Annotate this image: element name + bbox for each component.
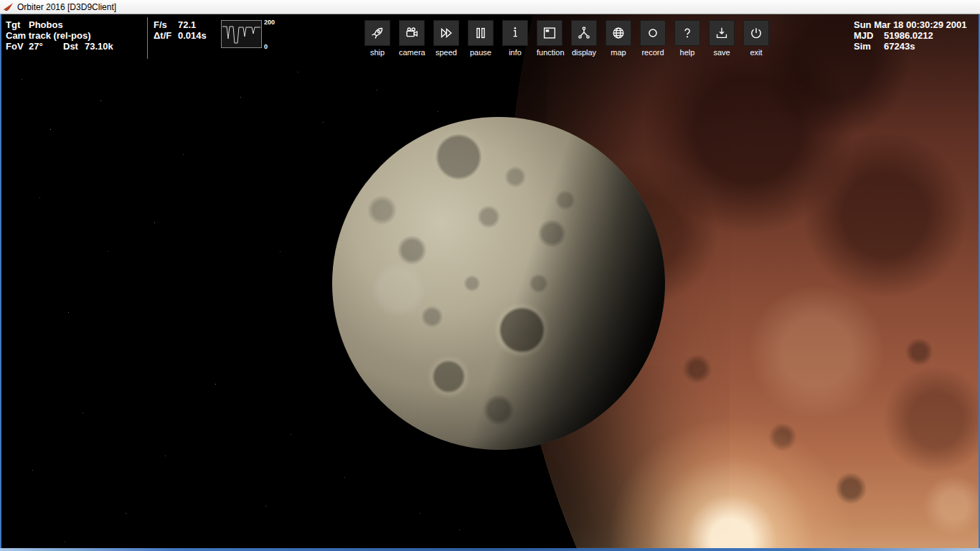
- window-border-bottom: [0, 548, 980, 551]
- toolbar-button-info[interactable]: info: [502, 20, 528, 57]
- camera-mode-value: Cam track (rel-pos): [6, 30, 90, 41]
- toolbar-button-speed[interactable]: speed: [433, 20, 459, 57]
- time-info-block: Sun Mar 18 00:30:29 2001 MJD51986.0212 S…: [854, 19, 967, 52]
- target-value: Phobos: [29, 19, 63, 30]
- mjd-label: MJD: [854, 30, 884, 41]
- framerate-block: F/s72.1 Δt/F0.014s: [154, 19, 207, 41]
- question-mark-icon: [679, 25, 695, 41]
- toolbar-label-ship: ship: [364, 48, 390, 57]
- frametime-graph-line: [222, 21, 261, 47]
- toolbar-label-camera: camera: [399, 48, 425, 57]
- camera-mode-row: Cam track (rel-pos): [6, 30, 113, 41]
- render-viewport[interactable]: TgtPhobos Cam track (rel-pos) FoV27°Dst7…: [0, 14, 980, 551]
- dst-value: 73.10k: [85, 41, 113, 52]
- datetime-row: Sun Mar 18 00:30:29 2001: [854, 19, 967, 30]
- fps-row: F/s72.1: [154, 19, 207, 30]
- datetime-value: Sun Mar 18 00:30:29 2001: [854, 19, 967, 30]
- save-icon: [714, 25, 730, 41]
- dtf-label: Δt/F: [154, 30, 178, 41]
- display-tree-icon: [576, 25, 592, 41]
- sim-row: Sim67243s: [854, 41, 967, 52]
- fps-value: 72.1: [178, 19, 196, 30]
- sim-value: 67243s: [884, 41, 915, 52]
- dst-label: Dst: [63, 41, 85, 52]
- toolbar-label-function: function: [537, 48, 562, 57]
- target-row: TgtPhobos: [6, 19, 113, 30]
- camera-icon: [404, 25, 420, 41]
- toolbar-label-help: help: [674, 48, 700, 57]
- dtf-row: Δt/F0.014s: [154, 30, 207, 41]
- frametime-graph: [221, 20, 262, 48]
- toolbar-button-ship[interactable]: ship: [364, 20, 390, 57]
- mjd-value: 51986.0212: [884, 30, 933, 41]
- hud-divider: [147, 17, 148, 59]
- rocket-icon: [369, 25, 385, 41]
- phobos-shadow-terminator: [332, 117, 665, 450]
- toolbar-button-exit[interactable]: exit: [743, 20, 769, 57]
- fast-forward-icon: [438, 25, 454, 41]
- fps-label: F/s: [154, 19, 178, 30]
- dtf-value: 0.014s: [178, 30, 207, 41]
- record-circle-icon: [645, 25, 661, 41]
- window-border-left: [0, 14, 1, 551]
- pause-icon: [473, 25, 489, 41]
- toolbar-button-function[interactable]: function: [537, 20, 562, 57]
- fov-label: FoV: [6, 41, 29, 52]
- graph-max-label: 200: [264, 19, 275, 26]
- titlebar[interactable]: Orbiter 2016 [D3D9Client]: [0, 0, 980, 14]
- toolbar-button-save[interactable]: save: [709, 20, 735, 57]
- toolbar-label-pause: pause: [468, 48, 494, 57]
- toolbar-button-record[interactable]: record: [640, 20, 666, 57]
- globe-icon: [611, 25, 626, 41]
- toolbar-button-help[interactable]: help: [674, 20, 700, 57]
- toolbar-label-exit: exit: [743, 48, 769, 57]
- fov-dst-row: FoV27°Dst73.10k: [6, 41, 113, 52]
- toolbar-label-save: save: [709, 48, 735, 57]
- toolbar-label-speed: speed: [433, 48, 459, 57]
- toolbar-button-pause[interactable]: pause: [468, 20, 494, 57]
- toolbar: ship camera speed: [364, 20, 769, 57]
- mjd-row: MJD51986.0212: [854, 30, 967, 41]
- toolbar-button-display[interactable]: display: [571, 20, 597, 57]
- toolbar-label-map: map: [606, 48, 631, 57]
- fov-value: 27°: [29, 41, 63, 52]
- info-icon: [507, 25, 523, 41]
- toolbar-label-record: record: [640, 48, 666, 57]
- window-title: Orbiter 2016 [D3D9Client]: [17, 2, 116, 12]
- target-label: Tgt: [6, 19, 29, 30]
- camera-info-block: TgtPhobos Cam track (rel-pos) FoV27°Dst7…: [6, 19, 113, 52]
- power-icon: [748, 25, 764, 41]
- graph-min-label: 0: [264, 43, 268, 50]
- function-window-icon: [542, 25, 557, 41]
- phobos-moon: [332, 117, 665, 450]
- sim-label: Sim: [854, 41, 884, 52]
- toolbar-label-display: display: [571, 48, 597, 57]
- toolbar-label-info: info: [502, 48, 528, 57]
- toolbar-button-map[interactable]: map: [606, 20, 631, 57]
- orbiter-logo-icon: [3, 1, 14, 12]
- toolbar-button-camera[interactable]: camera: [399, 20, 425, 57]
